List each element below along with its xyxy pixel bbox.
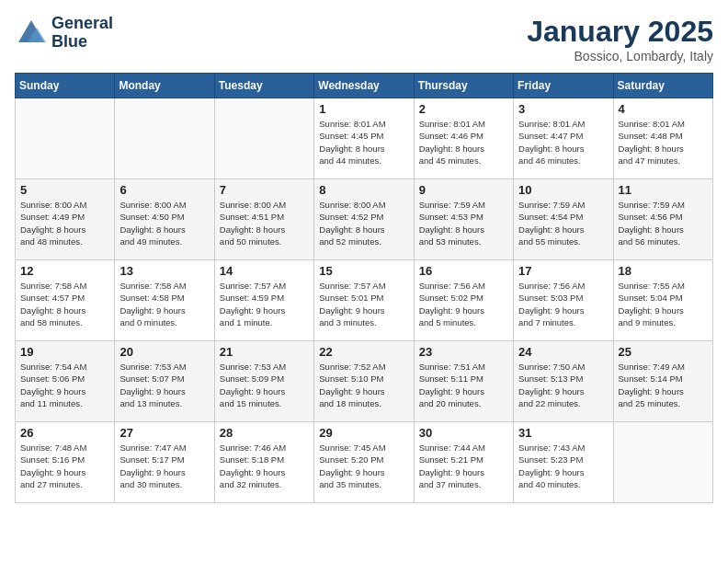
weekday-header-monday: Monday [115, 74, 214, 98]
calendar-header-row: SundayMondayTuesdayWednesdayThursdayFrid… [16, 74, 713, 98]
weekday-header-sunday: Sunday [16, 74, 115, 98]
calendar-week-row-4: 19Sunrise: 7:54 AM Sunset: 5:06 PM Dayli… [16, 341, 713, 422]
calendar-cell: 10Sunrise: 7:59 AM Sunset: 4:54 PM Dayli… [514, 179, 613, 260]
calendar-cell: 8Sunrise: 8:00 AM Sunset: 4:52 PM Daylig… [314, 179, 414, 260]
day-info: Sunrise: 8:00 AM Sunset: 4:50 PM Dayligh… [119, 199, 209, 247]
day-info: Sunrise: 7:45 AM Sunset: 5:20 PM Dayligh… [319, 442, 408, 490]
calendar-cell: 27Sunrise: 7:47 AM Sunset: 5:17 PM Dayli… [115, 422, 214, 503]
calendar-cell: 18Sunrise: 7:55 AM Sunset: 5:04 PM Dayli… [613, 260, 712, 341]
day-info: Sunrise: 8:01 AM Sunset: 4:45 PM Dayligh… [319, 118, 408, 167]
day-number: 4 [619, 102, 708, 116]
calendar-cell: 11Sunrise: 7:59 AM Sunset: 4:56 PM Dayli… [613, 179, 712, 260]
calendar-week-row-2: 5Sunrise: 8:00 AM Sunset: 4:49 PM Daylig… [16, 179, 713, 260]
calendar-cell: 1Sunrise: 8:01 AM Sunset: 4:45 PM Daylig… [314, 98, 414, 179]
calendar-cell [214, 98, 313, 179]
calendar-cell: 16Sunrise: 7:56 AM Sunset: 5:02 PM Dayli… [414, 260, 513, 341]
day-number: 8 [319, 183, 408, 197]
calendar-cell [16, 98, 115, 179]
calendar-cell: 17Sunrise: 7:56 AM Sunset: 5:03 PM Dayli… [514, 260, 613, 341]
calendar-cell: 26Sunrise: 7:48 AM Sunset: 5:16 PM Dayli… [16, 422, 115, 503]
day-number: 16 [419, 264, 508, 278]
day-number: 18 [619, 264, 708, 278]
calendar-cell: 13Sunrise: 7:58 AM Sunset: 4:58 PM Dayli… [115, 260, 214, 341]
day-number: 11 [619, 183, 708, 197]
calendar-week-row-3: 12Sunrise: 7:58 AM Sunset: 4:57 PM Dayli… [16, 260, 713, 341]
day-number: 10 [518, 183, 608, 197]
calendar-week-row-5: 26Sunrise: 7:48 AM Sunset: 5:16 PM Dayli… [16, 422, 713, 503]
logo: General Blue [15, 15, 113, 52]
calendar-cell [613, 422, 712, 503]
day-number: 29 [319, 426, 408, 440]
calendar-cell: 24Sunrise: 7:50 AM Sunset: 5:13 PM Dayli… [514, 341, 613, 422]
day-info: Sunrise: 7:59 AM Sunset: 4:56 PM Dayligh… [619, 199, 708, 247]
calendar-cell: 7Sunrise: 8:00 AM Sunset: 4:51 PM Daylig… [214, 179, 313, 260]
weekday-header-thursday: Thursday [414, 74, 513, 98]
day-number: 26 [20, 426, 109, 440]
day-number: 9 [419, 183, 508, 197]
day-info: Sunrise: 7:57 AM Sunset: 5:01 PM Dayligh… [319, 280, 408, 328]
day-info: Sunrise: 7:59 AM Sunset: 4:54 PM Dayligh… [518, 199, 608, 247]
day-info: Sunrise: 7:52 AM Sunset: 5:10 PM Dayligh… [319, 361, 408, 409]
day-info: Sunrise: 7:58 AM Sunset: 4:57 PM Dayligh… [20, 280, 109, 328]
day-info: Sunrise: 7:43 AM Sunset: 5:23 PM Dayligh… [518, 442, 608, 490]
calendar-cell: 14Sunrise: 7:57 AM Sunset: 4:59 PM Dayli… [214, 260, 313, 341]
logo-text: General Blue [51, 15, 113, 52]
day-info: Sunrise: 7:51 AM Sunset: 5:11 PM Dayligh… [419, 361, 508, 409]
day-number: 6 [119, 183, 209, 197]
day-info: Sunrise: 7:53 AM Sunset: 5:09 PM Dayligh… [220, 361, 309, 409]
day-info: Sunrise: 7:59 AM Sunset: 4:53 PM Dayligh… [419, 199, 508, 247]
day-info: Sunrise: 8:00 AM Sunset: 4:51 PM Dayligh… [220, 199, 309, 247]
day-info: Sunrise: 7:56 AM Sunset: 5:02 PM Dayligh… [419, 280, 508, 328]
day-info: Sunrise: 8:01 AM Sunset: 4:48 PM Dayligh… [619, 118, 708, 167]
day-number: 31 [518, 426, 608, 440]
day-info: Sunrise: 7:48 AM Sunset: 5:16 PM Dayligh… [20, 442, 109, 490]
day-info: Sunrise: 7:47 AM Sunset: 5:17 PM Dayligh… [119, 442, 209, 490]
day-info: Sunrise: 7:57 AM Sunset: 4:59 PM Dayligh… [220, 280, 309, 328]
day-number: 14 [220, 264, 309, 278]
calendar-cell: 29Sunrise: 7:45 AM Sunset: 5:20 PM Dayli… [314, 422, 414, 503]
calendar-cell [115, 98, 214, 179]
day-info: Sunrise: 7:53 AM Sunset: 5:07 PM Dayligh… [119, 361, 209, 409]
day-number: 5 [20, 183, 109, 197]
day-number: 2 [419, 102, 508, 116]
calendar-cell: 22Sunrise: 7:52 AM Sunset: 5:10 PM Dayli… [314, 341, 414, 422]
calendar-cell: 21Sunrise: 7:53 AM Sunset: 5:09 PM Dayli… [214, 341, 313, 422]
day-info: Sunrise: 7:56 AM Sunset: 5:03 PM Dayligh… [518, 280, 608, 328]
day-number: 27 [119, 426, 209, 440]
calendar-cell: 15Sunrise: 7:57 AM Sunset: 5:01 PM Dayli… [314, 260, 414, 341]
day-number: 23 [419, 345, 508, 359]
day-number: 7 [220, 183, 309, 197]
day-number: 13 [119, 264, 209, 278]
day-number: 1 [319, 102, 408, 116]
calendar-cell: 12Sunrise: 7:58 AM Sunset: 4:57 PM Dayli… [16, 260, 115, 341]
day-number: 19 [20, 345, 109, 359]
weekday-header-saturday: Saturday [613, 74, 712, 98]
day-info: Sunrise: 8:01 AM Sunset: 4:47 PM Dayligh… [518, 118, 608, 167]
day-info: Sunrise: 7:49 AM Sunset: 5:14 PM Dayligh… [619, 361, 708, 409]
calendar-cell: 25Sunrise: 7:49 AM Sunset: 5:14 PM Dayli… [613, 341, 712, 422]
calendar-cell: 23Sunrise: 7:51 AM Sunset: 5:11 PM Dayli… [414, 341, 513, 422]
logo-line1: General [51, 15, 113, 33]
calendar-cell: 9Sunrise: 7:59 AM Sunset: 4:53 PM Daylig… [414, 179, 513, 260]
day-number: 20 [119, 345, 209, 359]
day-number: 21 [220, 345, 309, 359]
page-header: General Blue January 2025 Bossico, Lomba… [15, 15, 713, 63]
calendar-cell: 2Sunrise: 8:01 AM Sunset: 4:46 PM Daylig… [414, 98, 513, 179]
day-number: 24 [518, 345, 608, 359]
day-number: 17 [518, 264, 608, 278]
calendar-cell: 6Sunrise: 8:00 AM Sunset: 4:50 PM Daylig… [115, 179, 214, 260]
day-info: Sunrise: 7:55 AM Sunset: 5:04 PM Dayligh… [619, 280, 708, 328]
day-info: Sunrise: 7:58 AM Sunset: 4:58 PM Dayligh… [119, 280, 209, 328]
day-info: Sunrise: 8:01 AM Sunset: 4:46 PM Dayligh… [419, 118, 508, 167]
calendar-cell: 28Sunrise: 7:46 AM Sunset: 5:18 PM Dayli… [214, 422, 313, 503]
day-number: 28 [220, 426, 309, 440]
weekday-header-wednesday: Wednesday [314, 74, 414, 98]
day-info: Sunrise: 7:54 AM Sunset: 5:06 PM Dayligh… [20, 361, 109, 409]
weekday-header-tuesday: Tuesday [214, 74, 313, 98]
location: Bossico, Lombardy, Italy [527, 49, 713, 63]
calendar-cell: 20Sunrise: 7:53 AM Sunset: 5:07 PM Dayli… [115, 341, 214, 422]
logo-icon [15, 17, 48, 50]
logo-line2: Blue [51, 33, 113, 52]
calendar-cell: 19Sunrise: 7:54 AM Sunset: 5:06 PM Dayli… [16, 341, 115, 422]
month-title: January 2025 [527, 15, 713, 49]
